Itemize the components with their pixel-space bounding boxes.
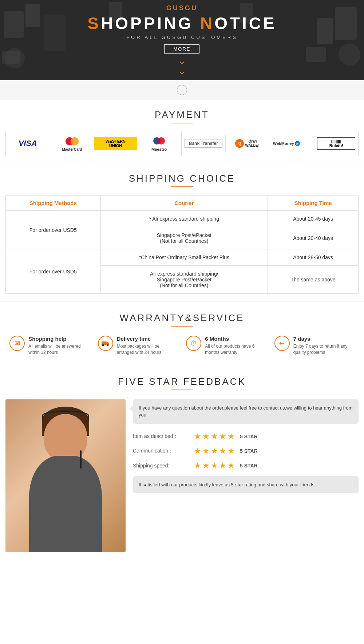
boleto-logo: |||||||||Boleto! <box>314 133 358 154</box>
svg-rect-2 <box>44 15 66 51</box>
bank-transfer-label: Bank Transfer <box>185 139 223 148</box>
hero-title: SHOPPING NOTICE <box>87 13 276 33</box>
warranty-section: WARRANTY&SERVICE ✉ Shopping help All ema… <box>0 301 364 365</box>
qiwi-logo: Q QIWIWALLET <box>226 135 270 152</box>
scroll-down-icon: ⌄ <box>177 85 187 95</box>
headset-mic <box>80 450 82 469</box>
warranty-item-return: ↩ 7 days Enjoy 7 days to return if any q… <box>274 336 355 356</box>
time-2: About 20-40 days <box>268 227 359 249</box>
warranty-text-return: 7 days Enjoy 7 days to return if any qua… <box>293 336 355 356</box>
payment-section: PAYMENT VISA MasterCard WESTERNUNION Mae… <box>0 100 364 162</box>
rating-row-2: Communication： ★ ★ ★ ★ ★ 5 STAR <box>133 446 359 456</box>
method-2: For order over USD5 <box>6 249 101 294</box>
clock-icon: ⏱ <box>186 336 201 351</box>
courier-3: *China Post Ordinary Small Packet Plus <box>100 249 268 266</box>
maestro-red <box>158 137 165 145</box>
payment-logos: VISA MasterCard WESTERNUNION Maestro Ban… <box>5 131 359 156</box>
star-3-5: ★ <box>228 461 235 470</box>
method-1: For order over USD5 <box>6 211 101 249</box>
star-1-5: ★ <box>228 432 235 441</box>
rating-value-3: 5 STAR <box>240 463 258 469</box>
warranty-item-shopping: ✉ Shopping help All emails will be answe… <box>9 336 90 356</box>
hero-chevrons: ⌄⌄ <box>87 56 276 76</box>
rating-label-2: Communication： <box>133 448 191 454</box>
warranty-months-desc: All of our products have 6 months warran… <box>205 343 266 356</box>
star-3-4: ★ <box>219 461 226 470</box>
hero-content: GUSGU SHOPPING NOTICE FOR ALL GUSGU CUST… <box>87 4 276 76</box>
courier-2: Singapore Post/ePacket(Not for all Count… <box>100 227 268 249</box>
hero-title-s: S <box>87 14 101 33</box>
qiwi-label: QIWIWALLET <box>245 139 260 147</box>
warranty-shopping-title: Shopping help <box>28 336 90 342</box>
delivery-icon <box>98 336 113 351</box>
courier-4: Ali-express standard shipping/Singapore … <box>100 266 268 294</box>
email-icon: ✉ <box>9 336 25 351</box>
header-methods: Shipping Methods <box>6 195 101 211</box>
feedback-bottom-bubble: If satisfied with our products,kindly le… <box>133 476 359 494</box>
wu-label: WESTERNUNION <box>96 139 135 148</box>
shipping-header-row: Shipping Methods Courier Shipping Time <box>6 195 359 211</box>
shipping-title: SHIPPING CHOICE <box>5 173 359 187</box>
mc-orange-circle <box>71 137 79 145</box>
hero-title-otice: OTICE <box>214 14 277 33</box>
rating-row-1: Item as described： ★ ★ ★ ★ ★ 5 STAR <box>133 432 359 441</box>
svg-rect-5 <box>335 7 357 40</box>
warranty-months-title: 6 Months <box>205 336 266 342</box>
feedback-top-bubble: If you have any question about the order… <box>133 399 359 424</box>
svg-point-7 <box>339 44 360 66</box>
headset <box>42 410 89 421</box>
svg-rect-6 <box>317 18 333 44</box>
payment-title: PAYMENT <box>0 109 364 123</box>
rating-label-1: Item as described： <box>133 433 191 440</box>
star-2-4: ★ <box>219 446 226 456</box>
shipping-row-3: For order over USD5 *China Post Ordinary… <box>6 249 359 266</box>
star-2-1: ★ <box>194 446 201 456</box>
mastercard-label: MasterCard <box>53 147 91 151</box>
time-3: About 28-50 days <box>268 249 359 266</box>
person-body <box>29 456 102 552</box>
star-1-2: ★ <box>202 432 210 441</box>
warranty-item-months: ⏱ 6 Months All of our products have 6 mo… <box>186 336 266 356</box>
warranty-shopping-desc: All emails will be answered within 12 ho… <box>28 343 90 356</box>
stars-1: ★ ★ ★ ★ ★ <box>194 432 235 441</box>
feedback-section: FIVE STAR FEEDBACK If you have any quest… <box>0 365 364 560</box>
feedback-title: FIVE STAR FEEDBACK <box>5 376 359 390</box>
star-2-5: ★ <box>228 446 235 456</box>
webmoney-label: WebMoney <box>273 141 294 146</box>
visa-logo: VISA <box>6 134 50 153</box>
shipping-table: Shipping Methods Courier Shipping Time F… <box>5 195 359 294</box>
bank-transfer-logo: Bank Transfer <box>182 135 226 152</box>
rating-value-1: 5 STAR <box>240 434 258 439</box>
svg-point-13 <box>102 344 104 346</box>
svg-rect-11 <box>102 341 107 345</box>
stars-2: ★ ★ ★ ★ ★ <box>194 446 235 456</box>
webmoney-icon: W <box>295 141 300 146</box>
warranty-delivery-desc: Most packages will be arranged with 24 h… <box>117 343 178 356</box>
star-1-4: ★ <box>219 432 226 441</box>
boleto-label: |||||||||Boleto! <box>317 137 355 150</box>
star-3-2: ★ <box>202 461 210 470</box>
rating-row-3: Shipping speed: ★ ★ ★ ★ ★ 5 STAR <box>133 461 359 470</box>
star-3-3: ★ <box>211 461 218 470</box>
hero-title-hopping: HOPPING <box>101 14 200 33</box>
warranty-return-title: 7 days <box>293 336 355 342</box>
warranty-text-months: 6 Months All of our products have 6 mont… <box>205 336 266 356</box>
star-2-3: ★ <box>211 446 218 456</box>
webmoney-logo: WebMoney W <box>270 137 314 150</box>
star-1-3: ★ <box>211 432 218 441</box>
star-2-2: ★ <box>202 446 210 456</box>
shipping-section: SHIPPING CHOICE Shipping Methods Courier… <box>0 162 364 301</box>
stars-3: ★ ★ ★ ★ ★ <box>194 461 235 470</box>
warranty-text-shopping: Shopping help All emails will be answere… <box>28 336 90 356</box>
hero-banner: GUSGU SHOPPING NOTICE FOR ALL GUSGU CUST… <box>0 0 364 80</box>
header-time: Shipping Time <box>268 195 359 211</box>
rating-value-2: 5 STAR <box>240 448 258 454</box>
rating-label-3: Shipping speed: <box>133 463 191 469</box>
feedback-content: If you have any question about the order… <box>5 399 359 552</box>
warranty-item-delivery: Delivery time Most packages will be arra… <box>98 336 178 356</box>
mastercard-logo: MasterCard <box>50 131 95 156</box>
svg-rect-0 <box>4 11 24 38</box>
more-button[interactable]: MORE <box>164 44 199 54</box>
svg-rect-8 <box>306 47 326 62</box>
return-icon: ↩ <box>274 336 290 351</box>
